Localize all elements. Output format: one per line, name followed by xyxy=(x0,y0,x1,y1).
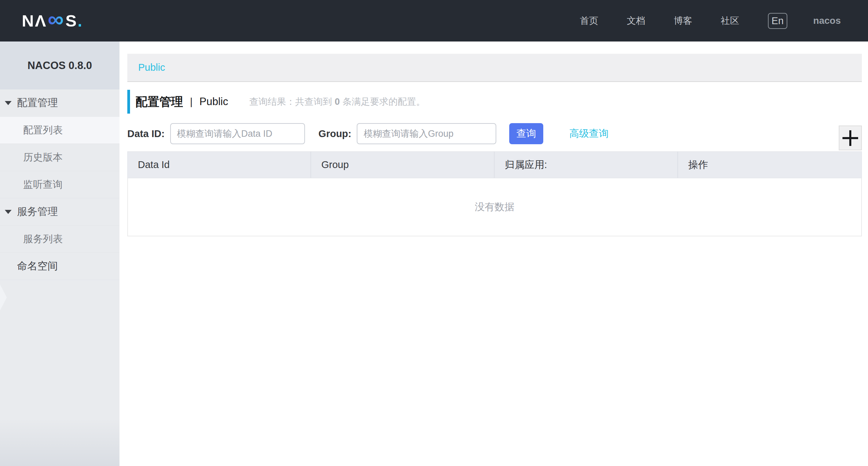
group-input[interactable] xyxy=(357,123,496,144)
sidebar-item-listener-query[interactable]: 监听查询 xyxy=(0,171,119,198)
nacos-logo: NΛ∞S. xyxy=(22,10,83,32)
data-id-label: Data ID: xyxy=(127,128,165,139)
namespace-tabbar: Public xyxy=(127,54,862,82)
plus-icon xyxy=(842,130,858,146)
sidebar-section-service-management[interactable]: 服务管理 xyxy=(0,198,119,226)
sidebar-item-label: 命名空间 xyxy=(17,259,58,273)
infinity-icon: ∞ xyxy=(48,8,65,30)
title-separator: | xyxy=(190,96,193,107)
chevron-down-icon xyxy=(5,210,12,214)
user-menu[interactable]: nacos xyxy=(813,15,841,26)
sidebar-version-title: NACOS 0.8.0 xyxy=(0,41,119,89)
config-table: Data Id Group 归属应用: 操作 没有数据 xyxy=(127,151,862,236)
sidebar-section-config-management[interactable]: 配置管理 xyxy=(0,89,119,117)
sidebar-section-label: 配置管理 xyxy=(17,96,58,110)
result-suffix: 条满足要求的配置。 xyxy=(342,97,425,107)
logo-text-right: S xyxy=(65,11,78,30)
group-label: Group: xyxy=(319,128,352,139)
sidebar-item-label: 配置列表 xyxy=(23,123,63,137)
title-accent-bar xyxy=(127,90,130,114)
query-form: Data ID: Group: 查询 高级查询 xyxy=(127,123,862,144)
top-navbar: NΛ∞S. 首页 文档 博客 社区 En nacos xyxy=(0,0,868,41)
tab-public[interactable]: Public xyxy=(127,62,165,73)
sidebar-item-service-list[interactable]: 服务列表 xyxy=(0,226,119,253)
column-header-data-id: Data Id xyxy=(128,152,311,178)
logo-dot: . xyxy=(78,11,83,30)
result-count: 0 xyxy=(335,97,340,107)
query-result-summary: 查询结果：共查询到0条满足要求的配置。 xyxy=(249,96,425,108)
nav-item-docs[interactable]: 文档 xyxy=(627,15,645,27)
data-id-input[interactable] xyxy=(170,123,305,144)
title-namespace: Public xyxy=(199,96,228,108)
table-empty-state: 没有数据 xyxy=(127,178,862,236)
nav-item-blog[interactable]: 博客 xyxy=(674,15,692,27)
title-category: 配置管理 xyxy=(135,94,183,110)
nav-item-community[interactable]: 社区 xyxy=(721,15,739,27)
main-panel: Public 配置管理 | Public 查询结果：共查询到0条满足要求的配置。… xyxy=(119,41,868,466)
column-header-application: 归属应用: xyxy=(495,152,678,178)
result-prefix: 查询结果：共查询到 xyxy=(249,97,332,107)
page-title: 配置管理 | Public 查询结果：共查询到0条满足要求的配置。 xyxy=(127,90,862,114)
nav-item-home[interactable]: 首页 xyxy=(580,15,598,27)
sidebar-section-label: 服务管理 xyxy=(17,205,58,219)
sidebar-item-label: 服务列表 xyxy=(23,232,63,246)
sidebar-item-config-list[interactable]: 配置列表 xyxy=(0,117,119,144)
chevron-down-icon xyxy=(5,101,12,105)
column-header-actions: 操作 xyxy=(678,152,862,178)
no-data-text: 没有数据 xyxy=(475,200,514,214)
navbar-menu: 首页 文档 博客 社区 En nacos xyxy=(551,13,868,29)
language-toggle[interactable]: En xyxy=(768,13,787,29)
hexagon-watermark xyxy=(0,278,7,317)
sidebar: NACOS 0.8.0 配置管理 配置列表 历史版本 监听查询 服务管理 服务列… xyxy=(0,41,119,466)
column-header-group: Group xyxy=(311,152,495,178)
logo-text-left: NΛ xyxy=(22,11,47,30)
sidebar-item-namespace[interactable]: 命名空间 xyxy=(0,253,119,280)
add-config-button[interactable] xyxy=(839,126,862,150)
search-button[interactable]: 查询 xyxy=(509,123,543,144)
sidebar-item-label: 监听查询 xyxy=(23,178,63,192)
sidebar-item-history-versions[interactable]: 历史版本 xyxy=(0,144,119,171)
advanced-query-link[interactable]: 高级查询 xyxy=(569,127,609,140)
table-header-row: Data Id Group 归属应用: 操作 xyxy=(127,151,862,178)
sidebar-item-label: 历史版本 xyxy=(23,151,63,164)
